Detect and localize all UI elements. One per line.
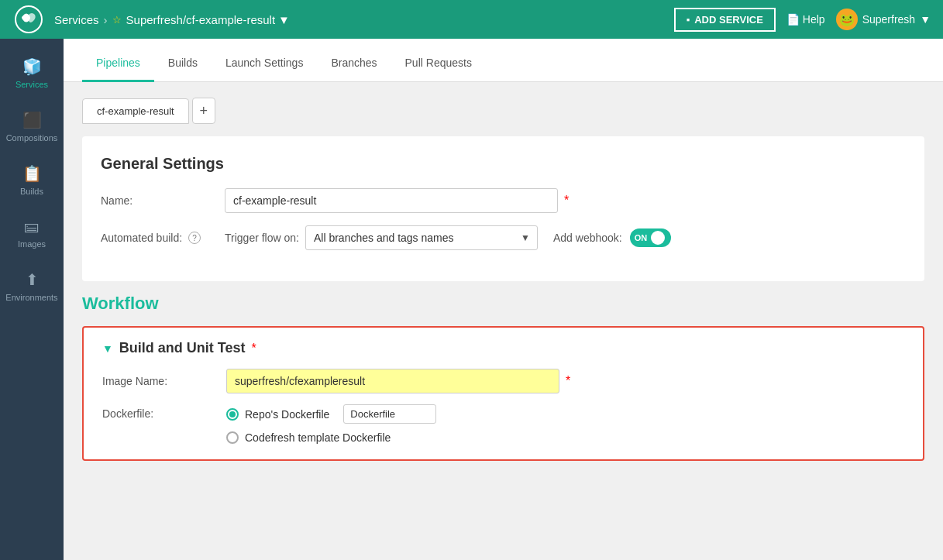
codefresh-dockerfile-radio[interactable] xyxy=(226,431,239,444)
sidebar-item-label: Services xyxy=(15,80,48,89)
tab-builds[interactable]: Builds xyxy=(154,44,212,82)
plus-icon: ▪ xyxy=(687,14,690,26)
dockerfile-label: Dockerfile: xyxy=(102,404,226,420)
sidebar-item-builds[interactable]: 📋 Builds xyxy=(0,153,64,207)
dockerfile-row: Dockerfile: Repo's Dockerfile Codefresh … xyxy=(102,404,904,444)
name-label: Name: xyxy=(101,194,225,207)
image-name-row: Image Name: * xyxy=(102,369,904,393)
images-icon: 🖴 xyxy=(24,218,40,235)
repo-dockerfile-radio[interactable] xyxy=(226,408,239,421)
user-menu[interactable]: 🐸 Superfresh ▼ xyxy=(836,9,931,30)
webhook-label: Add webhook: xyxy=(553,232,622,244)
breadcrumb: Services › ☆ Superfresh/cf-example-resul… xyxy=(54,13,674,26)
trigger-label: Trigger flow on: xyxy=(225,232,299,244)
pipeline-tab-add-button[interactable]: + xyxy=(192,98,215,124)
main-layout: 🧊 Services ⬛ Compositions 📋 Builds 🖴 Ima… xyxy=(0,39,943,560)
workflow-title: Workflow xyxy=(82,294,924,314)
add-service-button[interactable]: ▪ ADD SERVICE xyxy=(674,8,776,32)
repo-dockerfile-row: Repo's Dockerfile xyxy=(226,404,436,424)
tabs-bar: Pipelines Builds Launch Settings Branche… xyxy=(64,39,943,82)
dockerfile-options: Repo's Dockerfile Codefresh template Doc… xyxy=(226,404,436,444)
help-button[interactable]: 📄 Help xyxy=(786,13,825,26)
tab-branches[interactable]: Branches xyxy=(317,44,391,82)
avatar: 🐸 xyxy=(836,9,858,30)
tab-pull-requests[interactable]: Pull Requests xyxy=(391,44,486,82)
image-name-label: Image Name: xyxy=(102,375,226,387)
sidebar-item-compositions[interactable]: ⬛ Compositions xyxy=(0,100,64,153)
favorite-icon[interactable]: ☆ xyxy=(112,14,122,26)
trigger-select[interactable]: All branches and tags names Specific bra… xyxy=(305,225,538,250)
compositions-icon: ⬛ xyxy=(22,111,42,129)
sidebar-item-environments[interactable]: ⬆ Environments xyxy=(0,259,64,313)
automated-build-row: Automated build: ? Trigger flow on: All … xyxy=(101,225,906,250)
content-area: Pipelines Builds Launch Settings Branche… xyxy=(64,39,943,560)
breadcrumb-services[interactable]: Services xyxy=(54,13,99,26)
build-title: Build and Unit Test xyxy=(119,340,246,356)
build-card-header: ▼ Build and Unit Test * xyxy=(102,340,904,356)
chevron-down-icon: ▼ xyxy=(278,13,290,26)
pipeline-tabs: cf-example-result + xyxy=(82,98,924,124)
user-chevron-icon: ▼ xyxy=(920,13,931,26)
toggle-on-label: ON xyxy=(635,233,648,242)
tab-launch-settings[interactable]: Launch Settings xyxy=(212,44,317,82)
sidebar-item-images[interactable]: 🖴 Images xyxy=(0,207,64,259)
image-name-input[interactable] xyxy=(226,369,559,393)
image-required-star: * xyxy=(566,374,570,388)
environments-icon: ⬆ xyxy=(26,270,39,289)
navbar-actions: ▪ ADD SERVICE 📄 Help 🐸 Superfresh ▼ xyxy=(674,8,931,32)
help-tooltip-icon[interactable]: ? xyxy=(188,232,201,244)
general-settings-card: General Settings Name: * Automated build… xyxy=(82,136,924,281)
tab-pipelines[interactable]: Pipelines xyxy=(82,44,154,82)
breadcrumb-sep: › xyxy=(104,13,108,26)
sidebar-item-services[interactable]: 🧊 Services xyxy=(0,46,64,100)
repo-dockerfile-label: Repo's Dockerfile xyxy=(245,408,329,421)
sidebar: 🧊 Services ⬛ Compositions 📋 Builds 🖴 Ima… xyxy=(0,39,64,560)
sidebar-item-label: Environments xyxy=(5,293,57,302)
sidebar-item-label: Builds xyxy=(20,187,43,196)
build-unit-test-card: ▼ Build and Unit Test * Image Name: * Do… xyxy=(82,326,924,461)
breadcrumb-repo[interactable]: Superfresh/cf-example-result ▼ xyxy=(126,13,290,26)
name-input[interactable] xyxy=(225,188,558,213)
dockerfile-filename-input[interactable] xyxy=(343,404,436,424)
pipeline-tab-cf-example[interactable]: cf-example-result xyxy=(82,98,189,124)
trigger-select-wrap: All branches and tags names Specific bra… xyxy=(305,225,538,250)
toggle-circle xyxy=(651,231,665,245)
general-settings-title: General Settings xyxy=(101,155,906,173)
page-content: cf-example-result + General Settings Nam… xyxy=(64,82,943,476)
webhook-toggle[interactable]: ON xyxy=(630,228,672,247)
builds-icon: 📋 xyxy=(22,164,42,183)
help-icon: 📄 xyxy=(786,13,800,26)
automated-build-label: Automated build: xyxy=(101,232,182,244)
sidebar-item-label: Compositions xyxy=(6,133,58,143)
navbar: Services › ☆ Superfresh/cf-example-resul… xyxy=(0,0,943,39)
codefresh-dockerfile-row: Codefresh template Dockerfile xyxy=(226,431,436,444)
name-row: Name: * xyxy=(101,188,906,213)
sidebar-item-label: Images xyxy=(18,239,46,249)
collapse-icon[interactable]: ▼ xyxy=(102,342,113,355)
logo-icon xyxy=(12,3,45,36)
build-required-star: * xyxy=(252,342,256,356)
codefresh-dockerfile-label: Codefresh template Dockerfile xyxy=(245,431,391,444)
name-required-star: * xyxy=(564,194,569,208)
workflow-section: Workflow ▼ Build and Unit Test * Image N… xyxy=(82,294,924,461)
services-icon: 🧊 xyxy=(22,57,42,76)
